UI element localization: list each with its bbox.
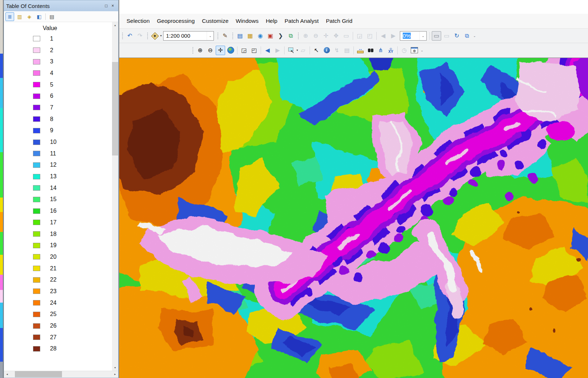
data-view-button[interactable]: ▭ <box>432 31 441 41</box>
fixed-zoom-in-button[interactable]: ◲ <box>239 46 249 55</box>
select-elements-button[interactable]: ↖ <box>312 46 321 55</box>
legend-item[interactable]: 3 <box>4 56 109 67</box>
legend-color-swatch[interactable] <box>33 162 40 168</box>
scroll-up-arrow[interactable]: ▲ <box>112 22 118 28</box>
legend-item[interactable]: 23 <box>4 286 109 297</box>
menu-patch-analyst[interactable]: Patch Analyst <box>281 14 322 28</box>
legend-item[interactable]: 1 <box>4 33 109 45</box>
select-features-button-dropdown[interactable]: ▾ <box>297 49 298 52</box>
legend-item[interactable]: 28 <box>4 343 109 355</box>
legend-item[interactable]: 16 <box>4 205 109 217</box>
legend-item[interactable]: 5 <box>4 79 109 91</box>
find-route-button[interactable]: ⋔ <box>376 46 385 55</box>
scroll-right-arrow[interactable]: ► <box>112 371 118 377</box>
legend-item[interactable]: 9 <box>4 125 109 137</box>
legend-item[interactable]: 12 <box>4 159 109 171</box>
zoom-out-button[interactable]: ⊖ <box>206 46 215 55</box>
python-window-button[interactable]: ❯ <box>276 31 285 41</box>
dropdown-chevron-icon[interactable]: ⌄ <box>419 32 426 40</box>
legend-item[interactable]: 14 <box>4 182 109 194</box>
legend-item[interactable]: 13 <box>4 171 109 182</box>
list-by-drawing-order-button[interactable]: ≣ <box>5 12 14 21</box>
select-features-button[interactable]: ↖ <box>286 46 296 55</box>
dropdown-chevron-icon[interactable]: ⌄ <box>207 32 214 40</box>
menu-windows[interactable]: Windows <box>232 14 262 28</box>
data-driven-pages-button[interactable]: ⧉ <box>462 31 472 41</box>
identify-button[interactable]: i <box>322 46 331 55</box>
options-button[interactable]: ▤ <box>47 12 56 21</box>
legend-horizontal-scrollbar[interactable]: ◄ ► <box>4 371 118 378</box>
add-data-button-dropdown[interactable]: ▾ <box>160 34 162 37</box>
toolbar-overflow-button[interactable]: ⌄ <box>419 50 425 51</box>
legend-color-swatch[interactable] <box>33 151 40 156</box>
undo-button[interactable]: ↶ <box>125 31 134 41</box>
menu-customize[interactable]: Customize <box>198 14 232 28</box>
full-extent-button[interactable] <box>226 46 235 55</box>
legend-color-swatch[interactable] <box>33 231 40 237</box>
menu-patch-grid[interactable]: Patch Grid <box>322 14 356 28</box>
legend-item[interactable]: 6 <box>4 90 109 102</box>
legend-item[interactable]: 2 <box>4 45 109 56</box>
map-raster-canvas[interactable] <box>119 58 588 378</box>
legend-color-swatch[interactable] <box>33 208 40 214</box>
map-scale-combo[interactable]: 1:200 000⌄ <box>163 31 214 41</box>
tools-toolbar-grip[interactable] <box>192 46 194 54</box>
back-extent-button[interactable]: ◀ <box>263 46 272 55</box>
toolbar-overflow-button[interactable]: ⌄ <box>472 35 477 37</box>
legend-item[interactable]: 8 <box>4 113 109 125</box>
menu-geoprocessing[interactable]: Geoprocessing <box>153 14 198 28</box>
add-data-button[interactable]: + <box>150 31 160 41</box>
legend-color-swatch[interactable] <box>33 266 40 271</box>
legend-color-swatch[interactable] <box>33 335 40 340</box>
legend-color-swatch[interactable] <box>33 185 40 191</box>
legend-item[interactable]: 20 <box>4 251 109 263</box>
list-by-selection-button[interactable]: ◧ <box>35 12 44 21</box>
fixed-zoom-out-button[interactable]: ◰ <box>249 46 259 55</box>
legend-color-swatch[interactable] <box>33 300 40 306</box>
pan-button[interactable]: ✛ <box>216 46 225 55</box>
legend-item[interactable]: 11 <box>4 148 109 159</box>
legend-color-swatch[interactable] <box>33 174 40 179</box>
legend-color-swatch[interactable] <box>33 220 40 225</box>
toc-float-button[interactable]: □ <box>103 3 109 9</box>
list-by-visibility-button[interactable]: ◈ <box>25 12 34 21</box>
legend-item[interactable]: 19 <box>4 240 109 251</box>
menu-selection[interactable]: Selection <box>123 14 153 28</box>
scroll-down-arrow[interactable]: ▼ <box>112 365 118 371</box>
map-data-view[interactable] <box>119 58 588 378</box>
list-by-source-button[interactable]: ▥ <box>15 12 24 21</box>
legend-item[interactable]: 26 <box>4 320 109 332</box>
editor-toolbar-button[interactable]: ✎ <box>220 31 230 41</box>
toolbar-grip[interactable] <box>232 32 233 40</box>
legend-item[interactable]: 18 <box>4 228 109 240</box>
table-of-contents-button[interactable]: ▤ <box>235 31 245 41</box>
legend-color-swatch[interactable] <box>33 288 40 294</box>
legend-color-swatch[interactable] <box>33 323 40 329</box>
legend-item[interactable]: 10 <box>4 136 109 148</box>
legend-color-swatch[interactable] <box>33 47 40 53</box>
standard-toolbar-grip[interactable] <box>121 32 123 40</box>
legend-color-swatch[interactable] <box>33 277 40 283</box>
legend-color-swatch[interactable] <box>33 312 40 317</box>
scroll-thumb[interactable] <box>112 62 118 155</box>
legend-color-swatch[interactable] <box>33 346 40 352</box>
legend-color-swatch[interactable] <box>33 82 40 87</box>
toolbar-grip[interactable] <box>146 32 148 40</box>
legend-color-swatch[interactable] <box>33 36 40 41</box>
catalog-window-button[interactable]: ▦ <box>245 31 255 41</box>
toc-close-button[interactable]: × <box>109 3 116 9</box>
legend-item[interactable]: 24 <box>4 297 109 309</box>
modelbuilder-button[interactable]: ⧉ <box>286 31 295 41</box>
scroll-left-arrow[interactable]: ◄ <box>4 371 10 377</box>
toc-title-bar[interactable]: Table Of Contents □ × <box>4 0 118 11</box>
legend-color-swatch[interactable] <box>33 116 40 122</box>
legend-color-swatch[interactable] <box>33 140 40 145</box>
legend-color-swatch[interactable] <box>33 128 40 133</box>
legend-item[interactable]: 27 <box>4 332 109 343</box>
go-to-xy-button[interactable]: ◎XY <box>386 46 396 55</box>
legend-item[interactable]: 7 <box>4 102 109 113</box>
legend-item[interactable]: 22 <box>4 274 109 286</box>
arctoolbox-button[interactable]: ▣ <box>266 31 275 41</box>
legend-color-swatch[interactable] <box>33 243 40 248</box>
refresh-view-button[interactable]: ↻ <box>452 31 461 41</box>
